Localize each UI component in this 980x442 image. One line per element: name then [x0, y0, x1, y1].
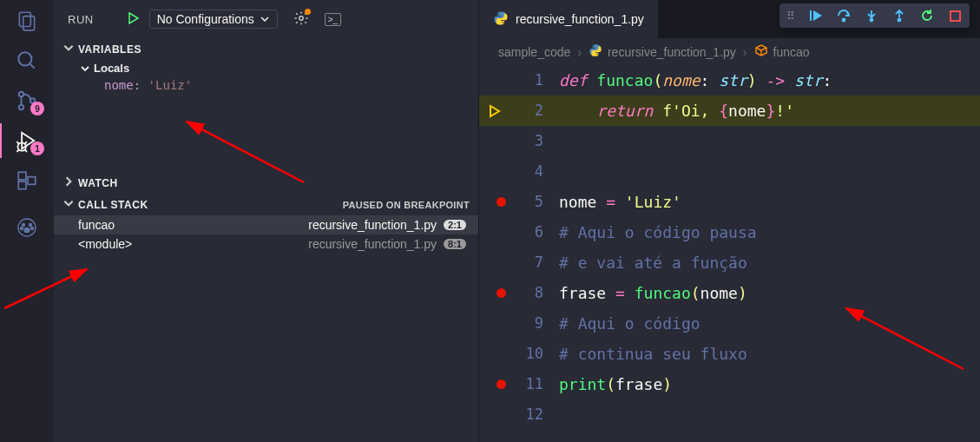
variables-section-header[interactable]: VARIABLES — [54, 38, 478, 60]
frame-file: recursive_function_1.py — [308, 237, 437, 251]
breadcrumb-symbol[interactable]: funcao — [754, 43, 810, 60]
svg-rect-0 — [19, 12, 30, 26]
code-line[interactable]: 11 print(frase) — [479, 369, 980, 399]
variable-name: nome: — [104, 78, 141, 92]
callstack-title: CALL STACK — [78, 199, 148, 211]
svg-line-9 — [16, 142, 18, 143]
run-header: RUN No Configurations >_ — [54, 0, 478, 38]
svg-point-4 — [19, 92, 23, 96]
code-line[interactable]: 12 — [479, 399, 980, 430]
code-line[interactable]: 6# Aqui o código pausa — [479, 217, 980, 247]
svg-point-30 — [898, 19, 901, 22]
editor-area: recursive_function_1.py ⠿ sample_code › … — [479, 0, 980, 442]
chevron-right-icon: › — [577, 45, 582, 59]
debug-panel: RUN No Configurations >_ VARIABLES Local… — [54, 0, 479, 442]
locals-header[interactable]: Locals — [80, 62, 470, 75]
scm-icon[interactable]: 9 — [15, 89, 39, 113]
tab-filename: recursive_function_1.py — [516, 12, 644, 26]
code-line[interactable]: 5 nome = 'Luiz' — [479, 187, 980, 217]
frame-function: <module> — [78, 237, 132, 251]
svg-line-3 — [30, 63, 34, 68]
start-debug-icon[interactable] — [127, 11, 141, 28]
settings-modified-indicator — [305, 9, 311, 15]
breakpoint-icon[interactable] — [479, 379, 523, 389]
svg-point-20 — [31, 228, 34, 230]
gear-icon[interactable] — [293, 10, 309, 29]
code-line[interactable]: 1 def funcao(nome: str) -> str: — [479, 65, 980, 96]
breakpoint-icon[interactable] — [479, 288, 523, 298]
debug-console-icon[interactable]: >_ — [325, 13, 341, 26]
svg-line-11 — [16, 150, 18, 152]
svg-point-18 — [30, 224, 32, 227]
activity-bar: 9 1 — [0, 0, 54, 442]
symbol-method-icon — [754, 43, 768, 60]
svg-rect-24 — [810, 10, 812, 21]
frame-position: 2:1 — [444, 220, 466, 230]
svg-line-12 — [25, 150, 27, 152]
svg-marker-22 — [129, 13, 138, 23]
step-over-icon[interactable] — [836, 8, 852, 23]
python-icon — [493, 10, 509, 29]
callstack-frame[interactable]: <module> recursive_function_1.py 8:1 — [54, 234, 478, 254]
step-into-icon[interactable] — [864, 8, 879, 23]
variable-row[interactable]: nome: 'Luiz' — [80, 75, 470, 96]
svg-rect-13 — [18, 172, 26, 180]
debug-icon[interactable]: 1 — [15, 129, 39, 153]
chevron-down-icon — [62, 42, 75, 56]
step-out-icon[interactable] — [891, 8, 907, 23]
variables-title: VARIABLES — [78, 43, 141, 56]
code-line[interactable]: 4 — [479, 156, 980, 187]
svg-rect-1 — [23, 16, 35, 30]
breadcrumb[interactable]: sample_code › recursive_function_1.py › … — [479, 38, 980, 65]
code-line[interactable]: 7# e vai até a função — [479, 247, 980, 278]
stop-icon[interactable] — [947, 8, 963, 23]
code-editor[interactable]: 1 def funcao(nome: str) -> str: 2 return… — [479, 65, 980, 430]
locals-label: Locals — [94, 62, 129, 75]
frame-position: 8:1 — [444, 239, 466, 249]
chevron-down-icon — [80, 63, 90, 74]
debug-badge: 1 — [30, 142, 44, 155]
callstack-frame[interactable]: funcao recursive_function_1.py 2:1 — [54, 215, 478, 234]
scm-badge: 9 — [30, 102, 44, 115]
code-line[interactable]: 3 — [479, 126, 980, 156]
frame-file: recursive_function_1.py — [308, 218, 437, 232]
explorer-icon[interactable] — [15, 9, 39, 33]
watch-section-header[interactable]: WATCH — [54, 172, 478, 194]
paw-icon[interactable] — [15, 215, 39, 240]
svg-point-28 — [871, 19, 873, 22]
run-label: RUN — [68, 13, 94, 26]
python-icon — [589, 43, 602, 60]
svg-line-10 — [25, 142, 27, 143]
code-line[interactable]: 8 frase = funcao(nome) — [479, 278, 980, 308]
variable-value: 'Luiz' — [148, 78, 193, 92]
breakpoint-icon[interactable] — [479, 197, 523, 207]
svg-point-2 — [18, 52, 31, 65]
svg-point-5 — [19, 105, 23, 109]
callstack-status: PAUSED ON BREAKPOINT — [343, 200, 470, 210]
frame-function: funcao — [78, 218, 115, 232]
breadcrumb-folder[interactable]: sample_code — [498, 45, 570, 59]
svg-marker-33 — [490, 106, 499, 116]
search-icon[interactable] — [15, 49, 39, 73]
config-label: No Configurations — [157, 12, 254, 26]
breadcrumb-file[interactable]: recursive_function_1.py — [589, 43, 736, 60]
config-dropdown[interactable]: No Configurations — [149, 10, 278, 29]
svg-point-21 — [24, 228, 30, 233]
editor-tab[interactable]: recursive_function_1.py — [479, 0, 658, 38]
code-line-current[interactable]: 2 return f'Oi, {nome}!' — [479, 96, 980, 126]
chevron-down-icon — [260, 14, 270, 24]
watch-title: WATCH — [78, 177, 118, 189]
continue-icon[interactable] — [808, 8, 824, 23]
code-line[interactable]: 10# continua seu fluxo — [479, 339, 980, 369]
callstack-section-header[interactable]: CALL STACK PAUSED ON BREAKPOINT — [54, 194, 478, 215]
restart-icon[interactable] — [919, 8, 935, 23]
svg-point-23 — [299, 16, 303, 20]
debug-toolbar[interactable]: ⠿ — [779, 3, 970, 28]
code-line[interactable]: 9# Aqui o código — [479, 308, 980, 339]
svg-rect-14 — [18, 181, 26, 189]
svg-point-17 — [23, 224, 25, 227]
chevron-right-icon: › — [743, 45, 747, 59]
chevron-down-icon — [62, 197, 75, 212]
extensions-icon[interactable] — [15, 168, 39, 193]
grip-icon[interactable]: ⠿ — [786, 10, 796, 23]
